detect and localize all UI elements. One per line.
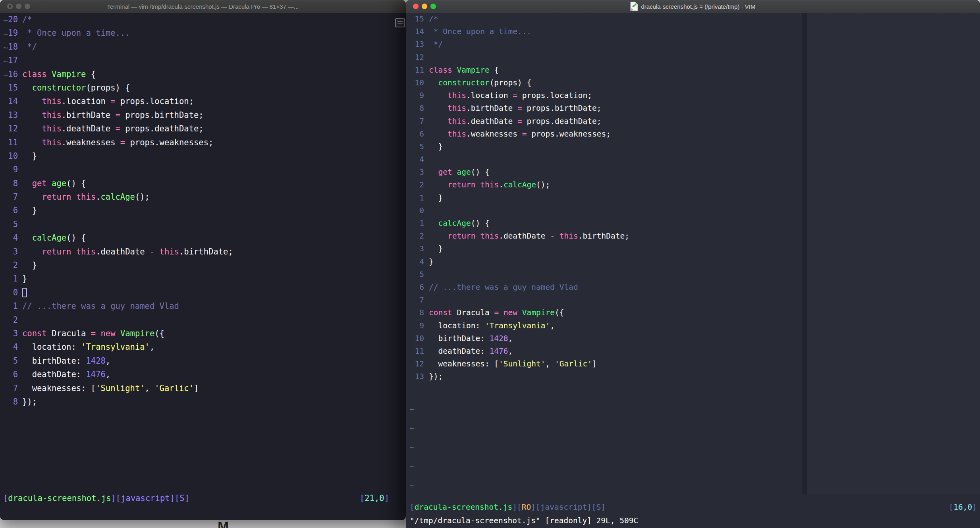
code-area-right[interactable]: 15/*14 * Once upon a time...13 */1211cla…: [406, 13, 980, 383]
line-number: 2: [3, 258, 18, 272]
code-line: 5: [406, 268, 980, 281]
line-number: 3: [410, 243, 424, 255]
tilde-marker: ~: [406, 419, 415, 438]
line-number: 5: [410, 141, 424, 153]
line-number: 10: [410, 77, 424, 89]
macvim-window: js dracula-screenshot.js = (/private/tmp…: [406, 0, 980, 528]
code-line: 6 deathDate: 1476,: [0, 368, 406, 381]
line-number: 7: [3, 190, 18, 204]
close-button-icon[interactable]: [7, 4, 13, 9]
code-line: 3const Dracula = new Vampire({: [0, 327, 406, 340]
code-line: 5 birthDate: 1428,: [0, 354, 406, 368]
code-line: 15 constructor(props) {: [0, 81, 406, 94]
macvim-window-title: dracula-screenshot.js = (/private/tmp) -…: [641, 3, 755, 10]
zoom-button-icon[interactable]: [25, 4, 30, 9]
line-number: 2: [410, 179, 424, 191]
terminal-window-title: Terminal — vim /tmp/dracula-screenshot.j…: [107, 3, 299, 10]
macvim-titlebar[interactable]: js dracula-screenshot.js = (/private/tmp…: [406, 0, 980, 13]
line-number: 6: [3, 204, 18, 217]
line-number: 7: [410, 115, 424, 128]
line-number: 6: [410, 128, 424, 141]
code-line: 11 this.weaknesses = props.weaknesses;: [0, 136, 406, 149]
line-number: 12: [3, 122, 18, 135]
line-number: 11: [3, 136, 18, 149]
code-line: 11class Vampire {: [406, 64, 980, 77]
minimize-button-icon[interactable]: [422, 4, 427, 9]
code-line: 0: [0, 286, 406, 299]
tilde-marker: ~: [406, 457, 415, 476]
code-line: 8});: [0, 395, 406, 409]
line-number: 3: [3, 245, 18, 258]
line-number: 7: [410, 294, 424, 306]
code-line: 6 this.weaknesses = props.weaknesses;: [406, 128, 980, 141]
code-line: 2 }: [0, 258, 406, 272]
code-line: 7 weaknesses: ['Sunlight', 'Garlic']: [0, 382, 406, 395]
line-number: 8: [410, 102, 424, 115]
line-number: 9: [410, 320, 424, 332]
code-line: 14 this.location = props.location;: [0, 94, 406, 108]
code-line: 9 this.location = props.location;: [406, 89, 980, 102]
code-line: 3 get age() {: [406, 166, 980, 179]
vim-command-line: "/tmp/dracula-screenshot.js" [readonly] …: [410, 515, 977, 527]
zoom-button-icon[interactable]: [430, 4, 436, 9]
minimize-button-icon[interactable]: [16, 4, 21, 9]
code-line: 12 this.deathDate = props.deathDate;: [0, 122, 406, 135]
tilde-marker: ~: [406, 476, 415, 495]
line-number: 13: [3, 108, 18, 122]
line-number: 13: [410, 38, 424, 51]
line-number: 15: [410, 13, 424, 25]
code-line: 9: [0, 163, 406, 176]
traffic-lights: [7, 4, 30, 9]
code-line: 2 return this.calcAge();: [406, 179, 980, 191]
close-button-icon[interactable]: [413, 4, 419, 9]
terminal-window: Terminal — vim /tmp/dracula-screenshot.j…: [0, 0, 406, 520]
code-line: 13 this.birthDate = props.birthDate;: [0, 108, 406, 122]
code-line: 2: [0, 313, 406, 327]
code-area-left[interactable]: 20/*19 * Once upon a time...18 */1716cla…: [0, 13, 406, 409]
code-line: 10 constructor(props) {: [406, 77, 980, 89]
code-line: 19 * Once upon a time...: [0, 26, 406, 40]
line-number: 2: [3, 313, 18, 327]
code-line: 5 }: [406, 141, 980, 153]
line-number: 4: [410, 256, 424, 268]
terminal-titlebar[interactable]: Terminal — vim /tmp/dracula-screenshot.j…: [0, 0, 406, 13]
code-line: 3 return this.deathDate - this.birthDate…: [0, 245, 406, 258]
code-line: 4 location: 'Transylvania',: [0, 340, 406, 354]
code-line: 13 */: [406, 38, 980, 51]
code-line: 8 this.birthDate = props.birthDate;: [406, 102, 980, 115]
line-number: 8: [3, 177, 18, 190]
vim-cursor: [22, 288, 27, 297]
line-number: 9: [410, 89, 424, 102]
code-line: 1// ...there was a guy named Vlad: [0, 299, 406, 313]
code-line: 6// ...there was a guy named Vlad: [406, 281, 980, 294]
code-line: 1 }: [406, 192, 980, 204]
line-number: 18: [3, 40, 18, 54]
line-number: 1: [3, 299, 18, 313]
code-line: 18 */: [0, 40, 406, 54]
vim-statusline-right: [dracula-screenshot.js][RO][javascript][…: [410, 501, 977, 514]
split-pane-icon: [397, 21, 403, 22]
line-number: 5: [410, 268, 424, 281]
statusline-cursor-position: [16,0]: [949, 501, 977, 514]
line-number: 5: [3, 354, 18, 368]
line-number: 10: [3, 149, 18, 163]
code-line: 13});: [406, 370, 980, 383]
line-number: 4: [3, 340, 18, 354]
terminal-split-pane-button[interactable]: [395, 18, 405, 27]
line-number: 6: [3, 368, 18, 381]
javascript-document-icon: js: [630, 2, 638, 11]
statusline-file-info: [dracula-screenshot.js][RO][javascript][…: [410, 501, 606, 514]
tildes-right: ~~~~~: [406, 400, 415, 495]
code-line: 5: [0, 218, 406, 231]
line-number: 14: [410, 25, 424, 38]
line-number: 13: [410, 370, 424, 383]
code-line: 10 }: [0, 149, 406, 163]
line-number: 15: [3, 81, 18, 94]
code-line: 4: [406, 153, 980, 166]
line-number: 7: [3, 382, 18, 395]
tilde-marker: ~: [406, 438, 415, 457]
code-line: 2 return this.deathDate - this.birthDate…: [406, 230, 980, 243]
line-number: 4: [410, 153, 424, 166]
code-line: 8const Dracula = new Vampire({: [406, 306, 980, 319]
line-number: 4: [3, 231, 18, 245]
